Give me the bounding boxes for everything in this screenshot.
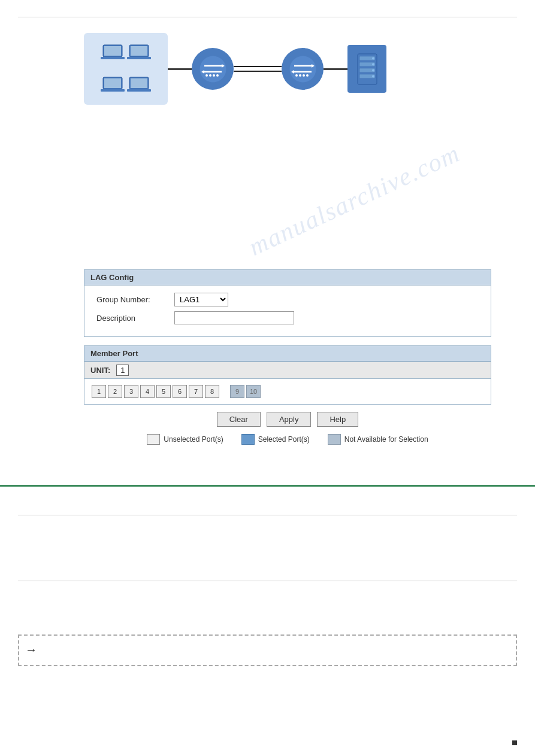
member-port-section: Member Port UNIT: 1 1 2 3 4 5 6 7 8: [84, 345, 491, 405]
legend-unselected: Unselected Port(s): [147, 434, 223, 445]
apply-button[interactable]: Apply: [267, 412, 312, 427]
group-number-label: Group Number:: [96, 295, 174, 304]
description-control: [174, 311, 294, 324]
port-5[interactable]: 5: [156, 385, 171, 398]
svg-rect-4: [131, 46, 147, 56]
port-10[interactable]: 10: [246, 385, 261, 398]
svg-point-32: [372, 63, 374, 65]
legend-selected: Selected Port(s): [241, 434, 310, 445]
port-9[interactable]: 9: [230, 385, 244, 398]
svg-point-18: [216, 74, 219, 77]
watermark: manualsarchive.com: [244, 138, 465, 261]
unit-row: UNIT: 1: [84, 362, 491, 378]
lag-config-label: LAG Config: [90, 273, 134, 282]
svg-point-25: [306, 74, 309, 77]
selected-label: Selected Port(s): [258, 435, 310, 444]
svg-point-34: [372, 75, 374, 77]
description-row: Description: [96, 311, 479, 324]
hr-mid-1: [18, 515, 517, 515]
ports-container: 1 2 3 4 5 6 7 8 9 10: [84, 378, 491, 405]
svg-point-17: [213, 74, 215, 77]
unavailable-label: Not Available for Selection: [344, 435, 428, 444]
line-sw2-server: [324, 68, 347, 70]
svg-rect-11: [127, 89, 151, 92]
port-3[interactable]: 3: [124, 385, 138, 398]
port-6[interactable]: 6: [173, 385, 187, 398]
laptop-icon-4: [127, 76, 151, 94]
svg-point-31: [372, 57, 374, 59]
page-marker: [512, 740, 517, 745]
description-input[interactable]: [174, 311, 294, 324]
laptop-icon-1: [101, 44, 125, 62]
group-number-select[interactable]: LAG1 LAG2 LAG3 LAG4: [174, 293, 228, 306]
port-1[interactable]: 1: [92, 385, 106, 398]
svg-rect-2: [101, 57, 125, 59]
laptop-icon-2: [127, 44, 151, 62]
svg-point-19: [289, 56, 316, 82]
lag-config-form: LAG Config Group Number: LAG1 LAG2 LAG3 …: [84, 269, 491, 445]
lag-config-body: Group Number: LAG1 LAG2 LAG3 LAG4 Descri…: [84, 286, 491, 337]
switch-2-icon: [282, 48, 324, 90]
dashed-section: →: [18, 634, 517, 666]
hr-mid-2: [18, 581, 517, 581]
server-icon: [347, 45, 386, 93]
group-number-control: LAG1 LAG2 LAG3 LAG4: [174, 293, 228, 306]
svg-rect-10: [131, 78, 147, 88]
help-button[interactable]: Help: [317, 412, 358, 427]
member-port-label: Member Port: [90, 349, 138, 358]
note-icon: →: [25, 643, 37, 657]
network-diagram: [84, 33, 386, 105]
green-divider: [0, 485, 535, 487]
page-container: manualsarchive.com LAG Config Group Numb…: [0, 0, 535, 756]
double-lines: [234, 66, 282, 72]
selected-icon: [241, 434, 255, 445]
laptop-icon-3: [101, 76, 125, 94]
svg-point-12: [200, 56, 226, 82]
unselected-label: Unselected Port(s): [164, 435, 223, 444]
svg-point-22: [295, 74, 298, 77]
svg-point-24: [303, 74, 305, 77]
port-4[interactable]: 4: [140, 385, 155, 398]
switch-1-icon: [192, 48, 234, 90]
lag-config-header: LAG Config: [84, 269, 491, 286]
svg-rect-8: [101, 89, 125, 92]
clear-button[interactable]: Clear: [217, 412, 261, 427]
svg-point-23: [299, 74, 301, 77]
unit-label: UNIT:: [90, 366, 110, 375]
svg-rect-7: [104, 78, 121, 88]
top-divider: [18, 17, 517, 17]
svg-rect-5: [127, 57, 151, 59]
svg-point-15: [205, 74, 208, 77]
port-8[interactable]: 8: [205, 385, 219, 398]
description-label: Description: [96, 314, 174, 323]
unselected-icon: [147, 434, 160, 445]
action-buttons: Clear Apply Help: [84, 412, 491, 427]
svg-rect-1: [104, 46, 121, 56]
port-7[interactable]: 7: [189, 385, 203, 398]
port-2[interactable]: 2: [108, 385, 122, 398]
unavailable-icon: [328, 434, 341, 445]
legend-unavailable: Not Available for Selection: [328, 434, 428, 445]
legend: Unselected Port(s) Selected Port(s) Not …: [84, 434, 491, 445]
unit-value: 1: [116, 365, 129, 376]
line-clients-sw1: [168, 68, 192, 70]
clients-box: [84, 33, 168, 105]
group-number-row: Group Number: LAG1 LAG2 LAG3 LAG4: [96, 293, 479, 306]
svg-point-16: [209, 74, 211, 77]
member-port-header: Member Port: [84, 345, 491, 362]
svg-point-33: [372, 69, 374, 71]
